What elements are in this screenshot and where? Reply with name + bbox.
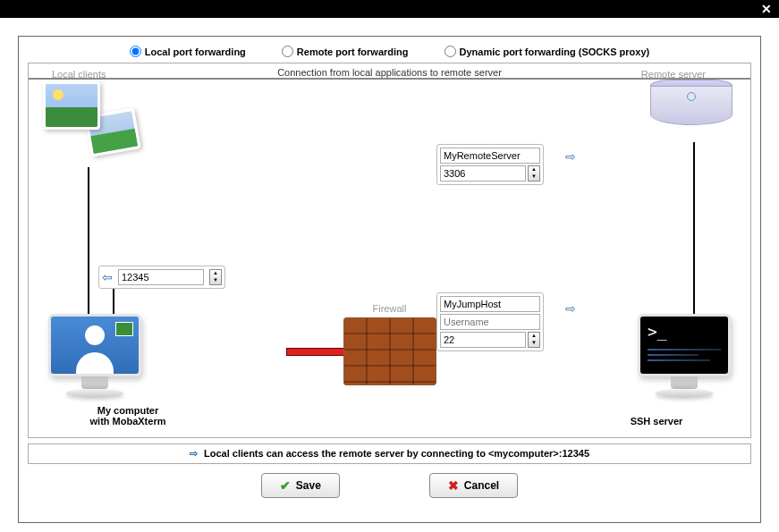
firewall-icon [343, 317, 436, 385]
radio-local[interactable] [130, 46, 141, 57]
connection-line [693, 142, 695, 337]
mode-selector: Local port forwarding Remote port forwar… [19, 37, 760, 63]
label-my-computer: My computerwith MobaXterm [70, 405, 186, 426]
label-remote-server: Remote server [641, 69, 706, 80]
radio-dynamic[interactable] [445, 46, 456, 57]
ssh-user-input[interactable] [440, 314, 540, 330]
arrow-right-icon: ⇨ [565, 149, 576, 164]
my-computer-icon [45, 314, 145, 398]
remote-port-spinner[interactable]: ▲▼ [528, 165, 540, 182]
ssh-server-icon: >_ [634, 314, 734, 398]
label-firewall: Firewall [373, 303, 407, 314]
cancel-button[interactable]: ✖ Cancel [429, 473, 518, 498]
check-icon: ✔ [280, 478, 291, 493]
pictures-icon [43, 81, 100, 130]
dialog-frame: Local port forwarding Remote port forwar… [18, 36, 761, 523]
save-button[interactable]: ✔ Save [261, 473, 340, 498]
radio-remote-label[interactable]: Remote port forwarding [297, 46, 409, 57]
info-bar: ⇨ Local clients can access the remote se… [28, 443, 751, 464]
x-icon: ✖ [448, 478, 459, 493]
ssh-block: ▲▼ [436, 292, 544, 351]
label-local-clients: Local clients [52, 69, 106, 80]
arrow-right-icon: ⇨ [190, 448, 198, 459]
radio-remote[interactable] [282, 46, 293, 57]
connection-line [88, 167, 89, 337]
arrow-left-icon: ⇦ [102, 270, 113, 284]
ssh-port-input[interactable] [440, 332, 526, 348]
local-port-input[interactable] [118, 269, 204, 285]
drive-icon [650, 80, 732, 131]
remote-server-block: ▲▼ [436, 144, 544, 185]
radio-dynamic-label[interactable]: Dynamic port forwarding (SOCKS proxy) [460, 46, 650, 57]
remote-port-input[interactable] [440, 165, 526, 182]
close-icon[interactable]: ✕ [761, 2, 772, 16]
ssh-port-spinner[interactable]: ▲▼ [528, 332, 540, 348]
info-text: Local clients can access the remote serv… [204, 448, 589, 459]
ssh-host-input[interactable] [440, 296, 540, 312]
remote-host-input[interactable] [440, 148, 540, 164]
radio-local-label[interactable]: Local port forwarding [145, 46, 246, 57]
label-ssh-server: SSH server [598, 416, 715, 426]
local-port-spinner[interactable]: ▲▼ [209, 269, 222, 285]
arrow-right-icon: ⇨ [565, 301, 576, 316]
diagram: Connection from local applications to re… [28, 63, 751, 438]
local-port-block: ⇦ ▲▼ [98, 266, 225, 289]
